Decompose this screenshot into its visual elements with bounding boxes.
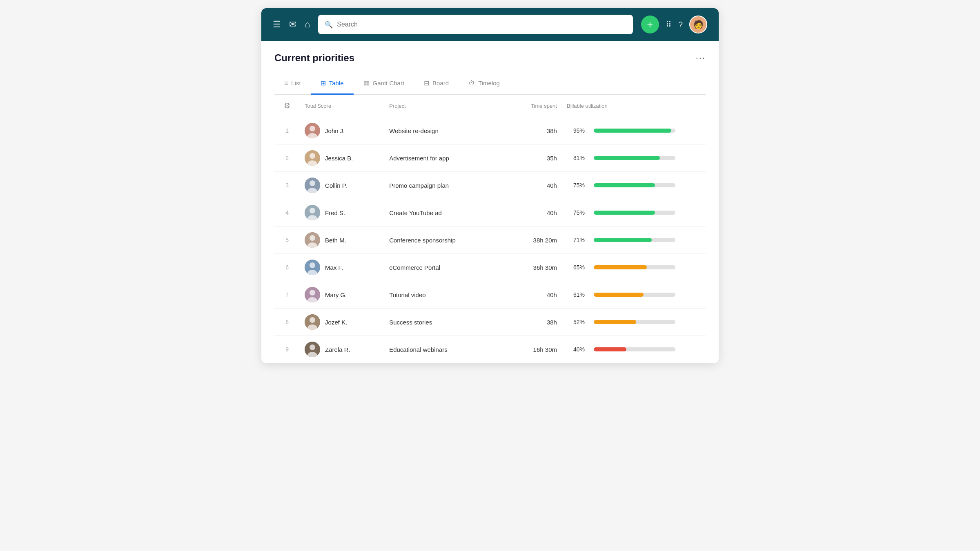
menu-icon[interactable]: ☰ <box>273 19 281 30</box>
person-cell: John J. <box>300 117 384 144</box>
table-row: 1 John J. Website re-design 38h <box>274 117 706 144</box>
tab-timelog-label: Timelog <box>478 80 500 87</box>
progress-bar-background <box>594 211 675 215</box>
progress-bar-background <box>594 347 675 351</box>
tab-table-label: Table <box>329 80 344 87</box>
col-header-settings[interactable]: ⚙ <box>274 95 300 117</box>
avatar <box>305 287 320 302</box>
col-header-project: Project <box>384 95 494 117</box>
avatar <box>305 150 320 166</box>
project-name: Advertisement for app <box>384 144 494 172</box>
utilization-cell: 65% <box>562 254 706 281</box>
person-cell: Jessica B. <box>300 144 384 172</box>
app-container: ☰ ✉ ⌂ 🔍 + ⠿ ? 🧑 Current priorities ··· ≡… <box>261 8 719 363</box>
tab-board-label: Board <box>432 80 449 87</box>
table-section: ⚙ Total Score Project Time spent Billabl… <box>274 95 706 363</box>
tab-table[interactable]: ⊞ Table <box>311 73 354 95</box>
home-icon[interactable]: ⌂ <box>305 19 310 30</box>
time-spent: 38h <box>494 117 562 144</box>
progress-bar-fill <box>594 265 647 269</box>
person-cell: Jozef K. <box>300 309 384 336</box>
utilization-percent: 75% <box>573 209 589 216</box>
utilization-percent: 71% <box>573 237 589 243</box>
search-input[interactable] <box>337 21 626 28</box>
utilization-percent: 95% <box>573 127 589 134</box>
help-icon[interactable]: ? <box>678 20 683 29</box>
person-cell: Max F. <box>300 254 384 281</box>
svg-point-4 <box>310 153 315 159</box>
page-header: Current priorities ··· <box>274 52 706 64</box>
utilization-cell: 75% <box>562 199 706 227</box>
user-avatar[interactable]: 🧑 <box>689 16 707 33</box>
add-button[interactable]: + <box>641 16 659 33</box>
person-name: Fred S. <box>325 209 345 216</box>
avatar <box>305 178 320 193</box>
table-tab-icon: ⊞ <box>321 79 326 87</box>
content: Current priorities ··· ≡ List ⊞ Table ▦ … <box>261 41 719 363</box>
header: ☰ ✉ ⌂ 🔍 + ⠿ ? 🧑 <box>261 8 719 41</box>
tab-gantt[interactable]: ▦ Gantt Chart <box>354 73 414 95</box>
avatar <box>305 260 320 275</box>
avatar <box>305 205 320 220</box>
person-name: Max F. <box>325 264 343 271</box>
project-name: Educational webinars <box>384 336 494 363</box>
progress-bar-background <box>594 320 675 324</box>
time-spent: 40h <box>494 281 562 309</box>
row-number: 3 <box>274 172 300 199</box>
utilization-percent: 52% <box>573 319 589 325</box>
utilization-percent: 75% <box>573 182 589 189</box>
settings-gear-icon[interactable]: ⚙ <box>284 102 290 110</box>
col-header-score: Total Score <box>300 95 384 117</box>
tab-gantt-label: Gantt Chart <box>373 80 405 87</box>
project-name: Tutorial video <box>384 281 494 309</box>
utilization-cell: 95% <box>562 117 706 144</box>
avatar <box>305 314 320 330</box>
col-header-time: Time spent <box>494 95 562 117</box>
svg-point-19 <box>310 290 315 295</box>
svg-point-1 <box>310 126 315 131</box>
mail-icon[interactable]: ✉ <box>289 19 296 30</box>
avatar <box>305 232 320 248</box>
person-cell: Beth M. <box>300 227 384 254</box>
project-name: Success stories <box>384 309 494 336</box>
person-name: Jozef K. <box>325 319 347 326</box>
table-row: 7 Mary G. Tutorial video 40h <box>274 281 706 309</box>
avatar <box>305 342 320 357</box>
tab-list[interactable]: ≡ List <box>274 73 311 95</box>
progress-bar-fill <box>594 129 671 133</box>
progress-bar-background <box>594 238 675 242</box>
table-row: 4 Fred S. Create YouTube ad 40h <box>274 199 706 227</box>
row-number: 4 <box>274 199 300 227</box>
progress-bar-fill <box>594 211 655 215</box>
svg-point-13 <box>310 235 315 241</box>
row-number: 8 <box>274 309 300 336</box>
utilization-cell: 61% <box>562 281 706 309</box>
progress-bar-fill <box>594 183 655 187</box>
table-row: 9 Zarela R. Educational webinars 16h 30m <box>274 336 706 363</box>
time-spent: 40h <box>494 199 562 227</box>
progress-bar-background <box>594 293 675 297</box>
person-name: John J. <box>325 127 345 134</box>
progress-bar-background <box>594 129 675 133</box>
header-left: ☰ ✉ ⌂ <box>273 19 310 30</box>
time-spent: 16h 30m <box>494 336 562 363</box>
apps-icon[interactable]: ⠿ <box>666 20 672 29</box>
utilization-cell: 71% <box>562 227 706 254</box>
more-options-button[interactable]: ··· <box>696 53 706 63</box>
col-header-utilization: Billable utilization <box>562 95 706 117</box>
person-name: Zarela R. <box>325 346 350 353</box>
tab-board[interactable]: ⊟ Board <box>414 73 459 95</box>
person-cell: Collin P. <box>300 172 384 199</box>
table-header-row: ⚙ Total Score Project Time spent Billabl… <box>274 95 706 117</box>
row-number: 7 <box>274 281 300 309</box>
progress-bar-fill <box>594 293 644 297</box>
tab-timelog[interactable]: ⏱ Timelog <box>459 73 510 95</box>
project-name: Website re-design <box>384 117 494 144</box>
table-row: 6 Max F. eCommerce Portal 36h 30m <box>274 254 706 281</box>
utilization-percent: 61% <box>573 291 589 298</box>
tab-list-label: List <box>291 80 301 87</box>
row-number: 1 <box>274 117 300 144</box>
utilization-percent: 40% <box>573 346 589 353</box>
progress-bar-background <box>594 156 675 160</box>
project-name: Conference sponsorship <box>384 227 494 254</box>
